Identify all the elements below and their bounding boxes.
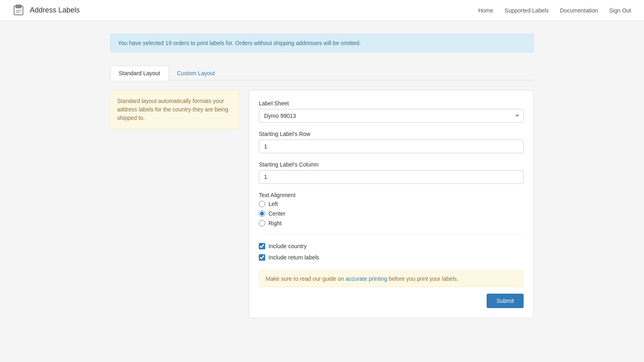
label-sheet-select[interactable]: Dymo 99013 Dymo 11352 Avery 5160 Avery 5… [259, 109, 524, 123]
footer-note-suffix: before you print your labels. [387, 276, 458, 282]
tabs-container: Standard Layout Custom Layout [110, 65, 534, 80]
starting-row-input[interactable] [259, 140, 524, 153]
alignment-center-radio[interactable] [259, 210, 265, 217]
documentation-link[interactable]: Documentation [560, 7, 598, 14]
include-country-item[interactable]: Include country [259, 243, 524, 249]
standard-layout-note: Standard layout automatically formats yo… [110, 90, 239, 129]
alignment-left-label: Left [268, 201, 278, 207]
accurate-printing-link[interactable]: accurate printing [345, 276, 387, 282]
app-title: Address Labels [30, 6, 80, 14]
text-alignment-label: Text Alignment [259, 192, 524, 198]
label-icon [13, 4, 26, 17]
sign-out-link[interactable]: Sign Out [609, 7, 631, 14]
starting-col-label: Starting Label's Column [259, 161, 524, 168]
include-return-labels-label: Include return labels [268, 254, 319, 261]
alignment-left-item[interactable]: Left [259, 201, 524, 207]
footer-note: Make sure to read our guide on accurate … [259, 270, 524, 287]
divider [259, 234, 524, 235]
banner-message: You have selected 19 orders to print lab… [118, 40, 361, 46]
header: Address Labels Home Supported Labels Doc… [0, 0, 644, 21]
label-sheet-group: Label Sheet Dymo 99013 Dymo 11352 Avery … [259, 100, 524, 123]
standard-layout-tab[interactable]: Standard Layout [110, 66, 169, 80]
starting-row-label: Starting Label's Row [259, 131, 524, 137]
include-return-labels-item[interactable]: Include return labels [259, 254, 524, 261]
svg-rect-1 [16, 5, 21, 8]
alignment-left-radio[interactable] [259, 201, 265, 207]
app-logo: Address Labels [13, 4, 80, 17]
starting-col-input[interactable] [259, 170, 524, 184]
alignment-right-radio[interactable] [259, 220, 265, 226]
text-alignment-radio-group: Left Center Right [259, 201, 524, 226]
include-country-checkbox[interactable] [259, 243, 265, 249]
main-nav: Home Supported Labels Documentation Sign… [478, 7, 631, 14]
starting-col-group: Starting Label's Column [259, 161, 524, 184]
text-alignment-group: Text Alignment Left Center Right [259, 192, 524, 226]
supported-labels-link[interactable]: Supported Labels [505, 7, 549, 14]
info-banner: You have selected 19 orders to print lab… [110, 34, 534, 52]
home-link[interactable]: Home [478, 7, 493, 14]
starting-row-group: Starting Label's Row [259, 131, 524, 153]
main-content: You have selected 19 orders to print lab… [101, 21, 543, 331]
include-return-labels-checkbox[interactable] [259, 254, 265, 261]
footer-note-prefix: Make sure to read our guide on [266, 276, 345, 282]
side-note-text: Standard layout automatically formats yo… [117, 98, 228, 121]
include-country-label: Include country [268, 243, 307, 249]
alignment-right-item[interactable]: Right [259, 220, 524, 226]
submit-button[interactable]: Submit [487, 294, 524, 308]
tab-content: Standard layout automatically formats yo… [110, 80, 534, 318]
submit-row: Submit [259, 294, 524, 308]
custom-layout-tab[interactable]: Custom Layout [169, 66, 223, 80]
alignment-right-label: Right [268, 220, 282, 226]
form-panel: Label Sheet Dymo 99013 Dymo 11352 Avery … [249, 90, 534, 318]
alignment-center-item[interactable]: Center [259, 210, 524, 217]
label-sheet-label: Label Sheet [259, 100, 524, 107]
alignment-center-label: Center [268, 210, 285, 217]
